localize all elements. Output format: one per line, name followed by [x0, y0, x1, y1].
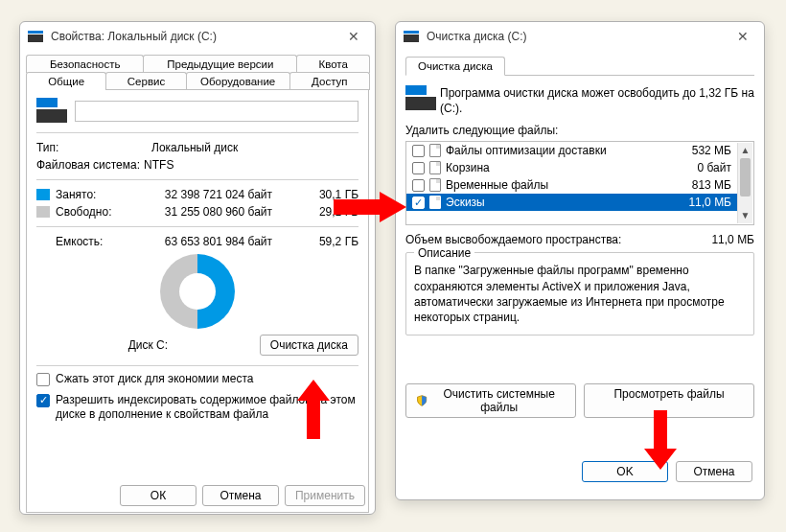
- cleanup-icon: [404, 31, 419, 42]
- compress-checkbox[interactable]: [36, 373, 50, 386]
- file-row-selected[interactable]: Эскизы 11,0 МБ: [406, 194, 737, 211]
- tab-security[interactable]: Безопасность: [26, 55, 144, 73]
- properties-dialog: Свойства: Локальный диск (C:) ✕ Безопасн…: [19, 21, 376, 515]
- file-icon: [429, 196, 441, 209]
- info-row: Программа очистки диска может освободить…: [405, 85, 754, 116]
- description-group: Описание В папке "Загруженные файлы прог…: [405, 252, 754, 335]
- dialog-buttons: OK Отмена: [582, 461, 752, 482]
- file-checkbox[interactable]: [412, 145, 425, 157]
- free-swatch: [36, 206, 50, 218]
- scroll-down-icon[interactable]: ▼: [738, 208, 752, 223]
- usage-donut-chart: [160, 254, 235, 329]
- window-title: Свойства: Локальный диск (C:): [47, 30, 340, 43]
- cancel-button[interactable]: Отмена: [676, 461, 752, 482]
- index-checkbox[interactable]: [36, 394, 50, 407]
- file-row[interactable]: Корзина 0 байт: [406, 159, 737, 176]
- titlebar: Свойства: Локальный диск (C:) ✕: [20, 22, 375, 51]
- tab-disk-cleanup[interactable]: Очистка диска: [405, 57, 505, 76]
- file-icon: [429, 144, 441, 157]
- disk-cleanup-dialog: Очистка диска (C:) ✕ Очистка диска Прогр…: [395, 21, 765, 500]
- window-title: Очистка диска (C:): [423, 30, 729, 43]
- description-legend: Описание: [414, 245, 474, 261]
- file-row[interactable]: Файлы оптимизации доставки 532 МБ: [406, 142, 737, 159]
- compress-label: Сжать этот диск для экономии места: [56, 372, 253, 387]
- description-text: В папке "Загруженные файлы программ" вре…: [414, 264, 725, 324]
- titlebar: Очистка диска (C:) ✕: [396, 22, 764, 51]
- shield-icon: [416, 394, 428, 407]
- drive-name-input[interactable]: [75, 101, 358, 122]
- scroll-thumb[interactable]: [740, 158, 751, 197]
- drive-icon: [36, 98, 67, 125]
- scroll-up-icon[interactable]: ▲: [738, 143, 752, 158]
- capacity-row: Емкость: 63 653 801 984 байт 59,2 ГБ: [36, 233, 358, 250]
- file-icon: [429, 161, 441, 174]
- file-checkbox[interactable]: [412, 179, 425, 192]
- file-checkbox[interactable]: [412, 197, 425, 209]
- tabs: Безопасность Предыдущие версии Квота Общ…: [26, 55, 369, 90]
- drive-icon: [28, 31, 43, 42]
- index-checkbox-row[interactable]: Разрешить индексировать содержимое файло…: [36, 393, 358, 423]
- tab-sharing[interactable]: Доступ: [289, 72, 370, 90]
- index-label: Разрешить индексировать содержимое файло…: [56, 393, 358, 423]
- close-icon[interactable]: ✕: [340, 29, 367, 44]
- file-row[interactable]: Временные файлы 813 МБ: [406, 176, 737, 194]
- disk-cleanup-button[interactable]: Очистка диска: [260, 335, 358, 356]
- tab-quota[interactable]: Квота: [296, 55, 370, 73]
- cancel-button[interactable]: Отмена: [202, 485, 279, 506]
- used-row: Занято: 32 398 721 024 байт 30,1 ГБ: [36, 186, 358, 203]
- drive-icon: [405, 85, 432, 108]
- type-label: Тип:: [36, 141, 151, 154]
- info-text: Программа очистки диска может освободить…: [440, 85, 754, 116]
- ok-button[interactable]: ОК: [120, 485, 196, 506]
- scrollbar[interactable]: ▲ ▼: [737, 143, 752, 223]
- clean-system-files-button[interactable]: Очистить системные файлы: [405, 383, 576, 418]
- view-files-button[interactable]: Просмотреть файлы: [584, 383, 754, 418]
- fs-label: Файловая система:: [36, 158, 140, 172]
- file-list[interactable]: Файлы оптимизации доставки 532 МБ Корзин…: [405, 141, 754, 225]
- compress-checkbox-row[interactable]: Сжать этот диск для экономии места: [36, 372, 358, 387]
- file-checkbox[interactable]: [412, 162, 425, 174]
- file-icon: [429, 178, 441, 192]
- freeable-row: Объем высвобождаемого пространства: 11,0…: [405, 233, 754, 246]
- free-row: Свободно: 31 255 080 960 байт 29,1 ГБ: [36, 203, 358, 220]
- fs-value: NTFS: [144, 158, 358, 172]
- tab-hardware[interactable]: Оборудование: [186, 72, 290, 90]
- apply-button[interactable]: Применить: [285, 485, 365, 506]
- dialog-buttons: ОК Отмена Применить: [120, 485, 365, 506]
- tab-body-general: Тип: Локальный диск Файловая система: NT…: [26, 89, 369, 513]
- list-label: Удалить следующие файлы:: [405, 124, 754, 137]
- tabs: Очистка диска: [405, 57, 754, 76]
- type-value: Локальный диск: [151, 141, 358, 154]
- close-icon[interactable]: ✕: [729, 29, 756, 44]
- tab-previous-versions[interactable]: Предыдущие версии: [143, 55, 297, 73]
- used-swatch: [36, 189, 50, 200]
- ok-button[interactable]: OK: [582, 461, 668, 482]
- tab-tools[interactable]: Сервис: [105, 72, 186, 90]
- disk-c-label: Диск C:: [36, 338, 260, 352]
- tab-general[interactable]: Общие: [26, 72, 106, 90]
